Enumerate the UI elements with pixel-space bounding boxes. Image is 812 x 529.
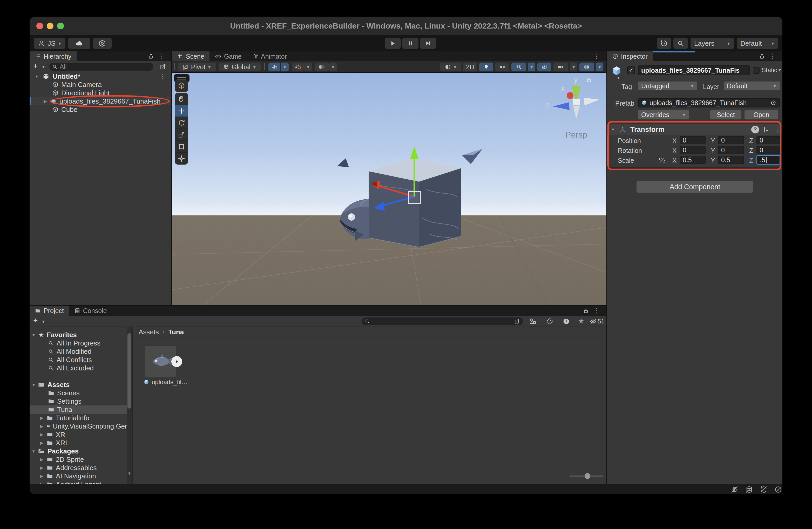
add-object-button[interactable]: + (33, 62, 38, 71)
step-button[interactable] (420, 38, 436, 49)
assets-root-folder[interactable]: ▼ Assets (30, 381, 132, 389)
debugger-disabled-icon[interactable] (730, 485, 739, 494)
scale-z-field-focused[interactable]: .5 (756, 155, 780, 164)
activity-ok-icon[interactable] (774, 485, 782, 494)
hierarchy-item-tunafish[interactable]: ▶ uploads_files_3829667_TunaFish (30, 97, 171, 105)
create-asset-dropdown[interactable]: ▼ (42, 320, 45, 323)
search-by-type-button[interactable] (529, 318, 537, 326)
asset-label-row[interactable]: uploads_fil… (143, 379, 188, 386)
2d-toggle[interactable]: 2D (463, 62, 477, 71)
static-checkbox[interactable] (753, 67, 759, 74)
layers-dropdown[interactable]: Layers ▼ (691, 38, 734, 49)
version-control-button[interactable] (93, 38, 112, 49)
rotation-y-field[interactable]: 0 (718, 146, 744, 154)
favorite-all-excluded[interactable]: All Excluded (30, 364, 132, 372)
favorites-section[interactable]: ▼ ★ Favorites (30, 331, 132, 339)
layout-dropdown[interactable]: Default ▼ (737, 38, 778, 49)
prefab-model-dropdown[interactable]: ▼ (617, 76, 620, 80)
collapse-icon[interactable]: ▼ (35, 74, 39, 78)
hierarchy-item-cube[interactable]: Cube (30, 105, 171, 114)
favorite-all-conflicts[interactable]: All Conflicts (30, 356, 132, 364)
drag-grip[interactable] (264, 63, 265, 70)
expand-icon[interactable]: ▶ (40, 457, 43, 462)
position-z-field[interactable]: 0 (756, 136, 780, 144)
folder-settings[interactable]: Settings (30, 397, 132, 406)
folder-2d-sprite[interactable]: ▶ 2D Sprite (30, 455, 132, 464)
scrollbar-thumb[interactable] (128, 333, 131, 409)
scene-kebab-menu[interactable]: ⋮ (159, 73, 165, 80)
grid-snapping-toggle[interactable] (292, 62, 304, 71)
drag-grip[interactable] (174, 63, 175, 70)
camera-settings-button[interactable] (553, 62, 568, 71)
lock-icon[interactable] (758, 53, 765, 61)
scale-x-field[interactable]: 0.5 (680, 156, 706, 164)
account-button[interactable]: JS ▼ (34, 38, 66, 49)
grid-visibility-toggle[interactable] (269, 62, 280, 71)
hierarchy-search-input[interactable]: All (49, 63, 153, 71)
tab-project[interactable]: Project (30, 306, 69, 315)
search-by-label-button[interactable] (546, 318, 553, 326)
asset-play-button[interactable] (171, 356, 182, 367)
open-button[interactable]: Open (744, 110, 778, 119)
folder-ai-navigation[interactable]: ▶ AI Navigation (30, 472, 132, 480)
rect-tool-button[interactable] (175, 141, 188, 152)
expand-icon[interactable]: ▶ (40, 432, 43, 437)
folder-tutorialinfo[interactable]: ▶ TutorialInfo (30, 414, 132, 422)
rotation-x-field[interactable]: 0 (680, 146, 706, 154)
thumbnail-zoom-slider[interactable] (569, 475, 603, 476)
play-button[interactable] (385, 38, 401, 49)
kebab-menu[interactable]: ⋮ (593, 53, 600, 59)
kebab-menu[interactable]: ⋮ (593, 307, 600, 314)
folder-xr[interactable]: ▶ XR (30, 430, 132, 439)
help-icon[interactable]: ? (751, 126, 759, 133)
prefab-object-field[interactable]: uploads_files_3829667_TunaFish (638, 98, 780, 107)
add-object-dropdown[interactable]: ▼ (42, 65, 45, 69)
cloud-services-button[interactable] (68, 38, 90, 49)
scene-viewport[interactable]: y x z Persp (172, 73, 606, 305)
pause-button[interactable] (402, 38, 419, 49)
collapse-icon[interactable]: ▼ (32, 333, 35, 337)
folder-scenes[interactable]: Scenes (30, 389, 132, 397)
layer-dropdown[interactable]: Default ▼ (724, 82, 780, 90)
favorites-filter-button[interactable]: ★ (578, 317, 584, 325)
auto-refresh-disabled-icon[interactable] (759, 485, 768, 494)
hidden-objects-toggle[interactable] (537, 62, 551, 71)
active-checkbox[interactable]: ✓ (627, 67, 635, 74)
expand-icon[interactable]: ▶ (40, 415, 43, 421)
breadcrumb-root[interactable]: Assets (139, 328, 159, 336)
tab-game[interactable]: Game (209, 52, 247, 61)
scene-row[interactable]: ▼ Untitled* ⋮ (30, 72, 171, 80)
tab-console[interactable]: Console (69, 306, 112, 315)
add-component-button[interactable]: Add Component (637, 181, 753, 193)
draw-mode-dropdown[interactable]: ▼ (440, 62, 461, 71)
expand-icon[interactable]: ▶ (40, 424, 43, 429)
tag-dropdown[interactable]: Untagged ▼ (638, 82, 697, 90)
hidden-items-toggle[interactable]: 51 (589, 318, 605, 325)
expand-icon[interactable]: ▶ (40, 482, 43, 484)
scene-lighting-toggle[interactable] (479, 62, 493, 71)
folder-addressables[interactable]: ▶ Addressables (30, 464, 132, 472)
effects-toggle[interactable] (511, 62, 526, 71)
foldout-icon[interactable]: ▼ (611, 128, 615, 131)
search-button[interactable] (673, 38, 688, 49)
presets-icon[interactable] (762, 126, 769, 133)
effects-dropdown[interactable]: ▼ (528, 62, 535, 71)
view-tool-button[interactable] (175, 93, 188, 105)
object-picker-icon[interactable] (770, 99, 777, 106)
hierarchy-item-directional-light[interactable]: Directional Light (30, 89, 171, 97)
name-field[interactable]: uploads_files_3829667_TunaFis (638, 65, 750, 75)
overrides-dropdown[interactable]: Overrides ▼ (638, 110, 689, 119)
folder-android-logcat[interactable]: ▶ Android Logcat (30, 480, 132, 484)
slider-handle[interactable] (584, 473, 590, 479)
kebab-menu[interactable]: ⋮ (769, 53, 775, 59)
folder-unity-visualscripting[interactable]: ▶ Unity.VisualScripting.Gene (30, 422, 132, 430)
expand-icon[interactable]: ▶ (40, 440, 43, 446)
increment-snap-button[interactable] (315, 62, 329, 71)
audio-mute-toggle[interactable] (495, 62, 509, 71)
tab-hierarchy[interactable]: Hierarchy (30, 52, 76, 61)
select-button[interactable]: Select (710, 110, 741, 119)
component-kebab-menu[interactable]: ⋮ (774, 126, 781, 132)
static-dropdown[interactable]: ▼ (778, 68, 782, 72)
tab-scene[interactable]: Scene (172, 52, 209, 61)
create-asset-button[interactable]: + (33, 316, 38, 325)
